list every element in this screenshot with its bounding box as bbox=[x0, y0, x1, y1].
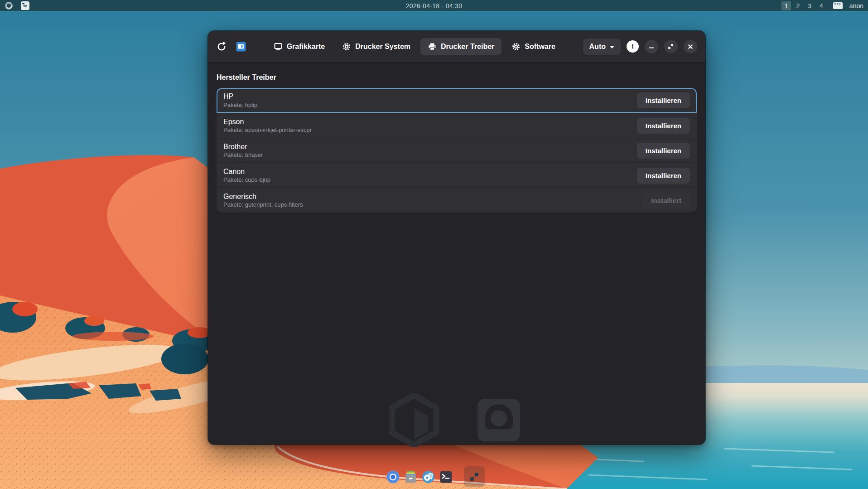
file-manager-icon[interactable] bbox=[404, 470, 417, 484]
driver-packages: Pakete: hplip bbox=[223, 102, 257, 108]
driver-name: Canon bbox=[223, 168, 270, 176]
chevron-down-icon bbox=[610, 46, 614, 48]
window-content: Hersteller Treiber HP Pakete: hplip Inst… bbox=[208, 63, 705, 445]
driver-name: HP bbox=[223, 92, 257, 101]
driver-packages: Pakete: gutenprint, cups-filters bbox=[223, 202, 303, 208]
workspace-1[interactable]: 1 bbox=[781, 1, 791, 10]
install-button[interactable]: Installieren bbox=[637, 92, 690, 108]
workspace-2[interactable]: 2 bbox=[793, 1, 803, 10]
maximize-button[interactable] bbox=[664, 40, 678, 53]
minimize-button[interactable] bbox=[645, 40, 658, 53]
refresh-icon[interactable] bbox=[216, 41, 227, 52]
gear-icon bbox=[511, 42, 521, 51]
tab-software[interactable]: Software bbox=[504, 38, 563, 55]
driver-row-canon[interactable]: Canon Pakete: cups-bjnp Installieren bbox=[217, 163, 697, 188]
install-button[interactable]: Installieren bbox=[637, 118, 690, 134]
installed-button: Installiert bbox=[642, 193, 690, 208]
driver-row-epson[interactable]: Epson Pakete: epson-inkjet-printer-escpr… bbox=[217, 113, 697, 138]
tab-label: Grafikkarte bbox=[287, 43, 325, 51]
install-button[interactable]: Installieren bbox=[637, 168, 690, 184]
driver-packages: Pakete: epson-inkjet-printer-escpr bbox=[223, 127, 312, 133]
drive-icon bbox=[476, 397, 522, 445]
auto-dropdown[interactable]: Auto bbox=[583, 39, 621, 55]
display-panel-icon[interactable] bbox=[236, 42, 246, 52]
tab-grafikkarte[interactable]: Grafikkarte bbox=[266, 38, 333, 55]
clock: 2026-04-18 - 04:30 bbox=[0, 2, 868, 10]
top-panel: 2026-04-18 - 04:30 1 2 3 4 anon bbox=[0, 0, 868, 12]
spinner-ring-icon[interactable] bbox=[5, 1, 13, 10]
package-cube-icon bbox=[387, 393, 441, 449]
workspace-4[interactable]: 4 bbox=[816, 1, 826, 10]
printer-icon bbox=[428, 42, 437, 51]
workspace-3[interactable]: 3 bbox=[805, 1, 815, 10]
tab-drucker-treiber[interactable]: Drucker Treiber bbox=[420, 38, 502, 55]
install-button[interactable]: Installieren bbox=[637, 143, 690, 159]
gear-icon bbox=[342, 42, 351, 51]
driver-name: Brother bbox=[223, 143, 263, 151]
resize-arrows-icon[interactable] bbox=[464, 466, 485, 487]
driver-row-generisch[interactable]: Generisch Pakete: gutenprint, cups-filte… bbox=[217, 188, 697, 213]
headerbar: Grafikkarte Drucker System bbox=[208, 31, 705, 63]
driver-name: Epson bbox=[223, 118, 312, 126]
auto-dropdown-label: Auto bbox=[589, 43, 606, 51]
driver-row-hp[interactable]: HP Pakete: hplip Installieren bbox=[217, 88, 697, 113]
tab-label: Drucker System bbox=[355, 43, 410, 51]
driver-list: HP Pakete: hplip Installieren Epson Pake… bbox=[217, 88, 697, 213]
section-title: Hersteller Treiber bbox=[217, 73, 697, 82]
dock bbox=[386, 466, 485, 487]
browser-icon[interactable] bbox=[386, 470, 400, 484]
tab-label: Software bbox=[525, 43, 555, 51]
tab-drucker-system[interactable]: Drucker System bbox=[335, 38, 418, 55]
tab-bar: Grafikkarte Drucker System bbox=[266, 38, 563, 55]
driver-manager-window: Grafikkarte Drucker System bbox=[208, 31, 705, 445]
software-center-icon[interactable] bbox=[421, 470, 435, 484]
tab-label: Drucker Treiber bbox=[441, 43, 494, 51]
terminal-icon[interactable] bbox=[439, 470, 453, 484]
window-list-icon[interactable] bbox=[833, 2, 843, 10]
info-icon[interactable]: i bbox=[627, 40, 639, 53]
username-label: anon bbox=[849, 2, 863, 10]
workspace-switcher: 1 2 3 4 bbox=[781, 1, 826, 10]
driver-name: Generisch bbox=[223, 193, 303, 201]
driver-packages: Pakete: cups-bjnp bbox=[223, 177, 270, 183]
driver-packages: Pakete: brlaser bbox=[223, 152, 263, 158]
close-button[interactable] bbox=[684, 40, 697, 53]
tray-display-arrange-icon[interactable] bbox=[20, 1, 30, 10]
driver-row-brother[interactable]: Brother Pakete: brlaser Installieren bbox=[217, 138, 697, 163]
display-icon bbox=[274, 42, 283, 51]
